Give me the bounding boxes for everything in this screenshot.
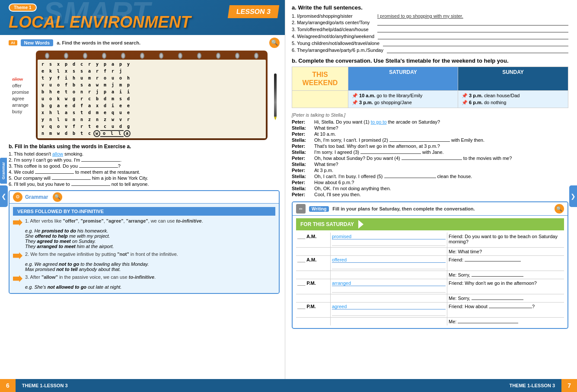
word-promise: promise: [12, 89, 29, 95]
new-words-label: New Words: [21, 39, 54, 46]
page-num-right: 7: [561, 379, 577, 392]
word-offer: offer: [12, 83, 29, 88]
grammar-header: ⚙ Grammar 🔍: [10, 191, 279, 204]
fill-item-6: 6. I'll tell you, but you have to not to…: [9, 182, 280, 187]
conv-line-6: Stella: I'm sorry. I agreed (3) with Jan…: [292, 150, 568, 155]
conv-line-7: Peter: Oh, how about Sunday? Do you want…: [292, 156, 568, 161]
conversation-section: [Peter is talking to Stella.] Peter: Hi,…: [292, 112, 568, 197]
conv-line-3: Peter: At 10 a.m.: [292, 131, 568, 137]
left-page: Grammar Smart Theme 1 LOCAL ENVIRONMENT …: [0, 0, 285, 379]
nav-arrow-right[interactable]: ❯: [569, 185, 577, 207]
word-allow: allow: [12, 76, 29, 82]
page-num-left: 6: [0, 379, 16, 392]
conv-line-10: Stella: Oh, I can't. I'm busy. I offered…: [292, 174, 568, 179]
new-words-badge: At: [9, 40, 17, 45]
writing-badge: Writing: [309, 206, 329, 212]
grammar-content: VERBS FOLLOWED BY TO-INFINITIVE 1. After…: [10, 204, 279, 293]
saturday-header: SATURDAY: [348, 67, 458, 90]
new-words-section: At New Words a. Find the words in the wo…: [9, 38, 280, 140]
right-page: a. Write the full sentences. 1. I/promis…: [285, 0, 577, 379]
conv-line-8: Stella: What time?: [292, 162, 568, 167]
grammar-label: Grammar: [25, 194, 48, 200]
fill-item-2: 2. I'm sorry I can't go with you. I'm .: [9, 157, 280, 163]
pin-icon-4: 📌: [462, 100, 468, 105]
footer-theme-left: THEME 1-LESSON 3: [16, 383, 292, 388]
word-agree: agree: [12, 96, 29, 101]
conv-line-13: Peter: Cool, I'll see you then.: [292, 192, 568, 197]
exercise-a-section: a. Write the full sentences. 1. I/promis…: [292, 4, 568, 53]
this-weekend-label: THIS WEEKEND: [303, 70, 338, 87]
grammar-section: ⚙ Grammar 🔍 VERBS FOLLOWED BY TO-INFINIT…: [9, 190, 280, 294]
grammar-search-btn[interactable]: 🔍: [53, 192, 62, 202]
side-tab: Grammar: [0, 158, 7, 184]
sentence-1: 1. I/promised/shopping/sister I promised…: [292, 13, 568, 19]
grammar-rule-1-examples: e.g. He promised to do his homework. She…: [25, 228, 275, 249]
word-list: allow offer promise agree arrange busy: [9, 51, 32, 140]
sentence-6: 6. They/arranged/have/party/6 p.m./Sunda…: [292, 48, 568, 53]
search-button[interactable]: 🔍: [269, 38, 280, 48]
pen-decoration: [271, 51, 280, 140]
fill-title: b. Fill in the blanks using the words in…: [9, 143, 280, 150]
word-arrange: arrange: [12, 102, 29, 108]
footer-theme-right: THEME 1-LESSON 3: [292, 383, 561, 388]
fill-item-1: 1. This hotel doesn't allow smoking.: [9, 151, 280, 156]
grammar-icon: ⚙: [13, 192, 22, 202]
fill-item-3: 3. This coffee is so good. Do you ?: [9, 163, 280, 169]
word-busy: busy: [12, 109, 29, 114]
conv-line-12: Stella: Oh, OK. I'm not doing anything t…: [292, 186, 568, 191]
fill-blanks-section: b. Fill in the blanks using the words in…: [9, 143, 280, 187]
sentence-3: 3. Tom/offered/help/dad/clean/house: [292, 27, 568, 32]
saturday-activities: 📌 10 a.m. go to the library/Emily 📌 3 p.…: [348, 90, 458, 108]
conv-line-5: Peter: That's too bad. Why don't we go i…: [292, 143, 568, 149]
writing-icon: ✏: [296, 204, 306, 214]
writing-header: ✏ Writing Fill in your plans for Saturda…: [293, 202, 567, 216]
conversation-note: [Peter is talking to Stella.]: [292, 112, 568, 118]
lesson-badge: LESSON 3: [228, 5, 279, 18]
sunday-header: SUNDAY: [458, 67, 568, 90]
pin-icon-1: 📌: [352, 93, 358, 98]
writing-grid: ___ A.M. promised Friend: Do you want to…: [296, 233, 564, 325]
sentence-4: 4. We/agreed/not/do/anything/weekend: [292, 34, 568, 39]
verbs-title: VERBS FOLLOWED BY TO-INFINITIVE: [13, 207, 275, 216]
timetable-instruction: b. Complete the conversation. Use Stella…: [292, 57, 568, 64]
writing-instruction: Fill in your plans for Saturday, then co…: [332, 206, 475, 211]
grammar-rule-1: 1. After verbs like "offer", "promise", …: [13, 218, 275, 226]
writing-section: ✏ Writing Fill in your plans for Saturda…: [292, 201, 568, 329]
timetable-grid: THIS WEEKEND SATURDAY SUNDAY 📌 10 a.m. g…: [292, 67, 568, 108]
exercise-a-title: a. Write the full sentences.: [292, 4, 568, 11]
sentence-5: 5. Young children/not/allowed/travel/alo…: [292, 41, 568, 46]
fill-item-5: 5. Our company will him a job in New Yor…: [9, 175, 280, 181]
timetable-section: b. Complete the conversation. Use Stella…: [292, 57, 568, 108]
footer: 6 THEME 1-LESSON 3 THEME 1-LESSON 3 7: [0, 379, 577, 392]
saturday-section-header: FOR THIS SATURDAY: [296, 218, 564, 230]
conv-line-1: Peter: Hi, Stella. Do you want (1) to go…: [292, 119, 568, 124]
fill-item-4: 4. We could to meet them at the restaura…: [9, 169, 280, 175]
conv-line-2: Stella: What time?: [292, 125, 568, 131]
grammar-rule-3-examples: e.g. She's not allowed to go out late at…: [25, 284, 275, 290]
grammar-rule-2: 2. We form the negative infinitive by pu…: [13, 252, 275, 259]
conv-line-11: Peter: How about 6 p.m.?: [292, 180, 568, 185]
theme-badge: Theme 1: [9, 3, 37, 12]
nav-arrow-left[interactable]: ❮: [0, 185, 8, 207]
writing-content: FOR THIS SATURDAY ___ A.M. promised Frie…: [293, 216, 567, 328]
sunday-activities: 📌 3 p.m. clean house/Dad 📌 6 p.m. do not…: [458, 90, 568, 108]
exercise-a-instruction: a. Find the words in the word search.: [57, 40, 140, 45]
writing-search-btn[interactable]: 🔍: [555, 204, 564, 214]
grammar-rule-3: 3. After "allow" in the passive voice, w…: [13, 274, 275, 282]
wordsearch-grid: r s x p d c r y p a: [36, 51, 268, 140]
grammar-rule-2-examples: e.g. We agreed not to go to the bowling …: [25, 261, 275, 272]
pin-icon-3: 📌: [462, 93, 468, 98]
page-header: Smart Theme 1 LOCAL ENVIRONMENT LESSON 3: [0, 0, 285, 35]
conv-line-4: Stella: Oh, I'm sorry, I can't. I promis…: [292, 137, 568, 143]
pin-icon-2: 📌: [352, 100, 358, 105]
conv-line-9: Peter: At 3 p.m.: [292, 168, 568, 173]
sentence-2: 2. Mary/arranged/go/arts center/Tony: [292, 20, 568, 25]
